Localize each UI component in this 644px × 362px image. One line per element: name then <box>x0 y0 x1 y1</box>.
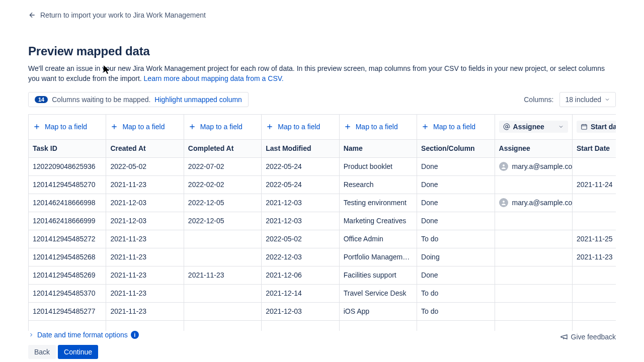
table-cell: 2021-11-23 <box>184 266 261 284</box>
table-cell: 2021-12-14 <box>262 284 339 302</box>
table-cell: 2021-12-03 <box>106 212 184 230</box>
map-field-button[interactable]: Map to a field <box>110 123 179 131</box>
table-cell: Done <box>417 157 495 175</box>
table-cell <box>495 302 572 320</box>
table-cell: 2021-11-23 <box>106 266 184 284</box>
unmapped-count-badge: 14 <box>35 96 48 103</box>
table-row: 12014129454852682021-11-232022-12-03Port… <box>29 248 616 266</box>
column-header: Name <box>339 139 417 157</box>
svg-point-3 <box>503 164 505 166</box>
map-field-button[interactable]: Map to a field <box>33 123 102 131</box>
table-cell: 2021-11-24 <box>572 175 616 194</box>
plus-icon <box>188 123 196 131</box>
table-cell: Done <box>417 194 495 212</box>
table-cell: Product booklet <box>339 157 417 175</box>
table-cell: 2021-11-23 <box>106 175 184 194</box>
table-cell <box>495 230 572 248</box>
highlight-unmapped-link[interactable]: Highlight unmapped column <box>154 96 242 104</box>
chevron-down-icon <box>604 97 610 103</box>
date-format-options[interactable]: Date and time format options i <box>28 331 139 339</box>
back-link-text: Return to import your work to Jira Work … <box>40 11 206 19</box>
map-field-button[interactable]: Map to a field <box>421 123 490 131</box>
unmapped-chip: 14 Columns waiting to be mapped. Highlig… <box>28 92 249 107</box>
table-cell <box>572 194 616 212</box>
arrow-left-icon <box>28 11 36 19</box>
calendar-icon <box>581 123 588 130</box>
table-cell <box>495 284 572 302</box>
table-cell: 2021-12-06 <box>262 266 339 284</box>
learn-more-link[interactable]: Learn more about mapping data from a CSV… <box>144 74 284 82</box>
table-cell <box>495 175 572 194</box>
svg-point-0 <box>505 126 508 128</box>
column-header: Assignee <box>495 139 572 157</box>
table-cell <box>495 266 572 284</box>
give-feedback-link[interactable]: Give feedback <box>560 333 616 341</box>
table-row: 12014129454852722021-11-232022-05-02Offi… <box>29 230 616 248</box>
table-cell: 2021-12-03 <box>262 302 339 320</box>
column-header: Completed At <box>184 139 261 157</box>
table-cell: Marketing Creatives <box>339 212 417 230</box>
table-cell: 1201412945485270 <box>29 175 106 194</box>
table-cell: 1201412945485272 <box>29 230 106 248</box>
column-header: Start Date <box>572 139 616 157</box>
table-cell: 2022-12-03 <box>262 248 339 266</box>
plus-icon <box>266 123 274 131</box>
table-cell: Office Admin <box>339 230 417 248</box>
table-cell: 2021-11-23 <box>106 248 184 266</box>
table-cell: mary.a@sample.com <box>495 157 572 175</box>
back-button[interactable]: Back <box>28 345 56 359</box>
avatar <box>499 198 508 207</box>
map-field-button[interactable]: Map to a field <box>188 123 257 131</box>
table-cell: Doing <box>417 248 495 266</box>
back-link[interactable]: Return to import your work to Jira Work … <box>28 0 616 25</box>
cursor-icon <box>104 65 111 74</box>
table-row: 12014624186669992021-12-032022-12-052021… <box>29 212 616 230</box>
table-cell <box>572 284 616 302</box>
column-header: Last Modified <box>262 139 339 157</box>
megaphone-icon <box>560 333 568 341</box>
table-cell: 1202209048625936 <box>29 157 106 175</box>
table-cell <box>572 157 616 175</box>
table-row: 12014129454853702021-11-232021-12-14Trav… <box>29 284 616 302</box>
mention-icon <box>503 123 510 130</box>
table-cell: 2021-12-03 <box>262 194 339 212</box>
columns-dropdown[interactable]: 18 included <box>559 92 616 107</box>
table-cell: 1201412945485370 <box>29 284 106 302</box>
table-cell: To do <box>417 284 495 302</box>
table-cell: 1201412945485269 <box>29 266 106 284</box>
page-title: Preview mapped data <box>28 44 616 58</box>
table-cell: 1201412945485277 <box>29 302 106 320</box>
table-cell: Travel Service Desk <box>339 284 417 302</box>
map-field-button[interactable]: Map to a field <box>266 123 335 131</box>
table-cell <box>495 212 572 230</box>
table-cell: 2021-11-25 <box>572 230 616 248</box>
plus-icon <box>344 123 352 131</box>
table-row: 12014129454852772021-11-232021-12-03iOS … <box>29 302 616 320</box>
table-cell: 1201462418666999 <box>29 212 106 230</box>
table-cell: To do <box>417 302 495 320</box>
table-cell: Research <box>339 175 417 194</box>
table-cell <box>184 302 261 320</box>
continue-button[interactable]: Continue <box>58 345 98 359</box>
table-cell: Portfolio Management set… <box>339 248 417 266</box>
table-cell: 2022-05-24 <box>262 175 339 194</box>
table-cell: 2022-05-02 <box>106 157 184 175</box>
table-cell: mary.a@sample.com <box>495 194 572 212</box>
plus-icon <box>110 123 118 131</box>
info-icon: i <box>131 331 139 339</box>
table-cell <box>495 248 572 266</box>
avatar <box>499 162 508 171</box>
field-pill-start-date[interactable]: Start date <box>577 121 616 133</box>
table-cell <box>572 302 616 320</box>
table-cell <box>184 284 261 302</box>
table-cell: 2021-12-03 <box>262 212 339 230</box>
preview-table: Map to a field Map to a field Map to a f… <box>28 114 616 339</box>
table-row: 12014129454852702021-11-232022-02-022022… <box>29 175 616 194</box>
field-pill-assignee[interactable]: Assignee <box>499 121 568 133</box>
table-cell: Facilities support <box>339 266 417 284</box>
table-cell: Testing environment <box>339 194 417 212</box>
table-cell: 2022-12-05 <box>184 212 261 230</box>
table-cell: 2021-11-23 <box>106 284 184 302</box>
map-field-button[interactable]: Map to a field <box>344 123 413 131</box>
plus-icon <box>33 123 41 131</box>
